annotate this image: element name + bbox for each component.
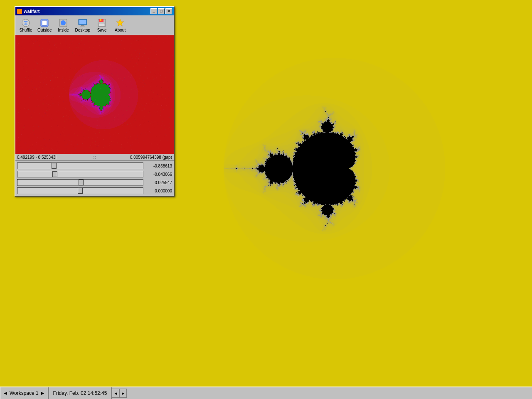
slider-2[interactable] bbox=[17, 171, 143, 177]
slider-row-2: -0.843066 bbox=[17, 171, 172, 177]
taskbar-right bbox=[127, 387, 532, 399]
toolbar: Shuffle Outside Inside bbox=[15, 15, 174, 35]
save-button[interactable]: Save bbox=[93, 17, 111, 34]
taskbar-nav-left[interactable]: ◄ bbox=[112, 389, 119, 398]
save-label: Save bbox=[97, 28, 107, 32]
workspace-button[interactable]: ◄ Workspace 1 ► bbox=[0, 387, 48, 399]
inside-label: Inside bbox=[58, 28, 69, 32]
about-label: About bbox=[115, 28, 126, 32]
window-titlebar: wallfart _ □ ✕ bbox=[15, 7, 174, 15]
svg-rect-12 bbox=[99, 23, 105, 26]
maximize-button[interactable]: □ bbox=[158, 8, 165, 14]
slider-3[interactable] bbox=[17, 179, 143, 186]
slider-4[interactable] bbox=[17, 187, 143, 194]
workspace-right-arrow[interactable]: ► bbox=[40, 390, 45, 396]
taskbar: ◄ Workspace 1 ► Friday, Feb. 02 14:52:45… bbox=[0, 387, 532, 399]
slider-4-value: 0.000000 bbox=[145, 189, 172, 193]
taskbar-nav-right[interactable]: ► bbox=[119, 389, 127, 398]
window-title: wallfart bbox=[24, 9, 40, 14]
svg-point-4 bbox=[61, 20, 66, 25]
inside-button[interactable]: Inside bbox=[54, 17, 72, 34]
workspace-left-arrow[interactable]: ◄ bbox=[3, 390, 8, 396]
window-app-icon bbox=[17, 9, 22, 14]
outside-label: Outside bbox=[37, 28, 52, 32]
taskbar-nav: ◄ ► bbox=[112, 387, 127, 399]
desktop-label: Desktop bbox=[75, 28, 90, 32]
slider-1[interactable] bbox=[17, 163, 143, 169]
svg-rect-8 bbox=[79, 20, 86, 24]
svg-rect-7 bbox=[80, 26, 85, 27]
desktop-button[interactable]: Desktop bbox=[73, 17, 92, 34]
slider-row-4: 0.000000 bbox=[17, 187, 172, 194]
slider-row-1: -0.868613 bbox=[17, 163, 172, 169]
datetime-text: Friday, Feb. 02 14:52:45 bbox=[53, 390, 107, 396]
svg-marker-13 bbox=[116, 19, 124, 26]
slider-1-value: -0.868613 bbox=[145, 164, 172, 168]
fractal-preview[interactable] bbox=[15, 35, 174, 154]
svg-point-0 bbox=[22, 19, 30, 27]
wallfart-window: wallfart _ □ ✕ Shuffle bbox=[15, 6, 175, 197]
window-title-left: wallfart bbox=[17, 9, 40, 14]
inside-icon bbox=[58, 18, 68, 28]
save-icon bbox=[97, 18, 107, 28]
separator: :: bbox=[94, 155, 96, 160]
outside-button[interactable]: Outside bbox=[35, 17, 54, 34]
about-button[interactable]: About bbox=[111, 17, 129, 34]
mandelbrot-canvas bbox=[15, 35, 174, 154]
slider-2-value: -0.843066 bbox=[145, 172, 172, 177]
slider-row-3: 0.025547 bbox=[17, 179, 172, 186]
coordinates-display: 0.492199 - 0.525343i bbox=[17, 155, 89, 160]
status-bar: 0.492199 - 0.525343i :: 0.005994764398 (… bbox=[15, 154, 174, 161]
svg-rect-11 bbox=[100, 19, 101, 21]
shuffle-button[interactable]: Shuffle bbox=[17, 17, 34, 34]
datetime-display: Friday, Feb. 02 14:52:45 bbox=[48, 387, 112, 399]
gap-display: 0.005994764398 (gap) bbox=[100, 155, 172, 160]
shuffle-icon bbox=[21, 18, 31, 28]
about-icon bbox=[115, 18, 125, 28]
sliders-area: -0.868613 -0.843066 0.025547 0.000000 bbox=[15, 161, 174, 196]
desktop-icon bbox=[78, 18, 88, 28]
close-button[interactable]: ✕ bbox=[165, 8, 172, 14]
window-controls: _ □ ✕ bbox=[150, 8, 172, 14]
svg-rect-2 bbox=[42, 20, 47, 25]
shuffle-label: Shuffle bbox=[20, 28, 32, 32]
slider-3-value: 0.025547 bbox=[145, 180, 172, 185]
workspace-label: Workspace 1 bbox=[10, 390, 39, 396]
minimize-button[interactable]: _ bbox=[150, 8, 157, 14]
outside-icon bbox=[39, 18, 49, 28]
